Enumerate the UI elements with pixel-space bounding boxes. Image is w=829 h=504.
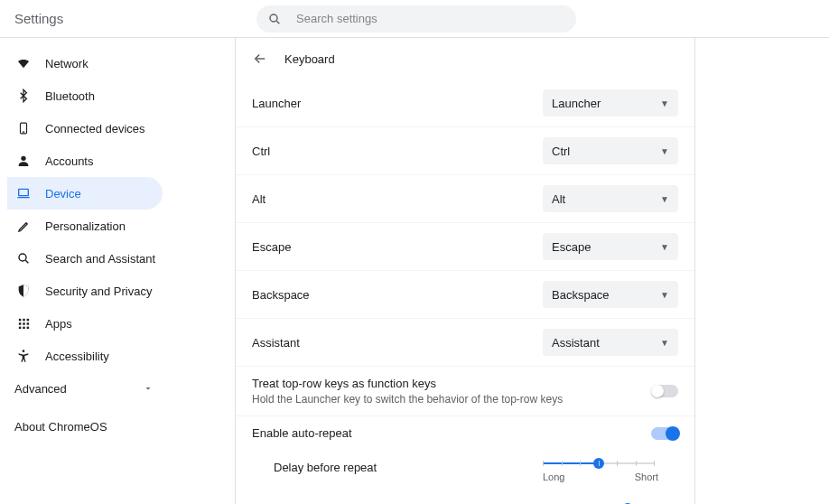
toprow-sublabel: Hold the Launcher key to switch the beha… <box>252 393 651 406</box>
person-icon <box>14 154 33 168</box>
key-row-launcher: Launcher Launcher ▼ <box>236 79 694 127</box>
sidebar-item-label: Security and Privacy <box>45 285 153 298</box>
sidebar-item-label: Personalization <box>45 219 126 233</box>
sidebar-advanced[interactable]: Advanced <box>7 372 154 405</box>
delay-left-label: Long <box>543 471 564 482</box>
key-name: Backspace <box>252 288 543 302</box>
search-icon <box>267 12 282 26</box>
svg-rect-17 <box>26 326 29 329</box>
sidebar-item-personalization[interactable]: Personalization <box>7 210 163 242</box>
key-name: Escape <box>252 240 543 254</box>
svg-point-7 <box>19 254 26 261</box>
svg-rect-11 <box>26 318 29 321</box>
sidebar-item-label: Device <box>45 187 81 201</box>
page-header: Keyboard <box>236 38 694 79</box>
wifi-icon <box>14 56 33 70</box>
sidebar-item-label: Apps <box>45 317 72 331</box>
sidebar-item-label: Accessibility <box>45 350 109 363</box>
key-row-assistant: Assistant Assistant ▼ <box>236 319 694 367</box>
select-value: Launcher <box>552 97 601 110</box>
sidebar-item-accounts[interactable]: Accounts <box>7 145 163 177</box>
top-bar: Settings <box>0 0 829 38</box>
key-row-alt: Alt Alt ▼ <box>236 175 694 223</box>
svg-rect-10 <box>23 318 25 321</box>
repeat-rate-row: Repeat rate Slow Fast <box>236 495 694 504</box>
key-row-backspace: Backspace Backspace ▼ <box>236 271 694 319</box>
svg-point-0 <box>270 14 277 22</box>
back-arrow-icon[interactable] <box>252 51 268 67</box>
key-select-assistant[interactable]: Assistant ▼ <box>543 329 678 356</box>
key-select-escape[interactable]: Escape ▼ <box>543 233 678 260</box>
chevron-down-icon: ▼ <box>660 242 669 252</box>
sidebar-item-device[interactable]: Device <box>7 177 163 210</box>
chevron-down-icon: ▼ <box>660 194 669 204</box>
svg-point-4 <box>21 156 25 161</box>
key-select-backspace[interactable]: Backspace ▼ <box>543 281 678 308</box>
shield-icon <box>14 284 33 298</box>
search-box[interactable] <box>256 5 576 33</box>
svg-rect-12 <box>18 322 21 325</box>
sidebar-item-security-privacy[interactable]: Security and Privacy <box>7 275 163 307</box>
autorepeat-label: Enable auto-repeat <box>252 426 651 440</box>
sidebar-item-apps[interactable]: Apps <box>7 307 163 340</box>
select-value: Backspace <box>552 288 610 302</box>
sidebar-item-label: Network <box>45 57 88 70</box>
sidebar-item-search-assistant[interactable]: Search and Assistant <box>7 242 163 275</box>
key-name: Ctrl <box>252 145 543 158</box>
key-select-alt[interactable]: Alt ▼ <box>543 185 678 212</box>
svg-rect-15 <box>18 326 21 329</box>
sidebar-item-accessibility[interactable]: Accessibility <box>7 340 163 372</box>
toprow-label: Treat top-row keys as function keys <box>252 377 651 390</box>
sidebar-about[interactable]: About ChromeOS <box>7 410 235 443</box>
key-row-ctrl: Ctrl Ctrl ▼ <box>236 127 694 175</box>
svg-line-8 <box>25 260 28 263</box>
search-icon <box>14 251 33 266</box>
key-select-launcher[interactable]: Launcher ▼ <box>543 89 678 117</box>
apps-grid-icon <box>14 317 33 331</box>
select-value: Assistant <box>552 336 600 350</box>
main-panel: Keyboard Launcher Launcher ▼ Ctrl Ctrl ▼… <box>235 38 695 504</box>
select-value: Alt <box>552 192 565 206</box>
svg-rect-16 <box>23 326 25 329</box>
delay-right-label: Short <box>635 471 658 482</box>
sidebar-item-label: Bluetooth <box>45 89 95 103</box>
advanced-label: Advanced <box>14 382 67 396</box>
svg-rect-5 <box>19 189 29 195</box>
sidebar-item-label: Accounts <box>45 154 93 168</box>
sidebar-item-connected-devices[interactable]: Connected devices <box>7 112 163 145</box>
sidebar: Network Bluetooth Connected devices Acco… <box>0 38 235 504</box>
accessibility-icon <box>14 349 33 363</box>
key-row-escape: Escape Escape ▼ <box>236 223 694 271</box>
about-label: About ChromeOS <box>14 420 107 434</box>
autorepeat-row: Enable auto-repeat <box>236 416 694 450</box>
chevron-down-icon <box>143 383 154 394</box>
key-name: Alt <box>252 192 543 206</box>
svg-line-1 <box>276 21 279 23</box>
key-select-ctrl[interactable]: Ctrl ▼ <box>543 137 678 164</box>
page-title: Keyboard <box>284 52 335 66</box>
bluetooth-icon <box>14 89 33 103</box>
sidebar-item-label: Search and Assistant <box>45 252 155 266</box>
chevron-down-icon: ▼ <box>660 98 669 108</box>
sidebar-item-label: Connected devices <box>45 122 145 135</box>
sidebar-item-bluetooth[interactable]: Bluetooth <box>7 79 163 112</box>
toprow-toggle[interactable] <box>651 385 678 397</box>
app-title: Settings <box>14 11 63 26</box>
search-input[interactable] <box>296 12 565 25</box>
toprow-function-keys-row: Treat top-row keys as function keys Hold… <box>236 367 694 416</box>
edit-icon <box>14 219 33 233</box>
svg-rect-13 <box>23 322 25 325</box>
select-value: Ctrl <box>552 145 570 158</box>
chevron-down-icon: ▼ <box>660 290 669 300</box>
sidebar-item-network[interactable]: Network <box>7 47 163 79</box>
svg-rect-14 <box>26 322 29 325</box>
chevron-down-icon: ▼ <box>660 146 669 156</box>
select-value: Escape <box>552 240 591 254</box>
delay-slider[interactable] <box>543 462 655 464</box>
key-name: Assistant <box>252 336 543 350</box>
autorepeat-toggle[interactable] <box>651 427 678 440</box>
svg-point-18 <box>23 350 25 352</box>
delay-label: Delay before repeat <box>274 459 543 474</box>
key-name: Launcher <box>252 97 543 110</box>
chevron-down-icon: ▼ <box>660 338 669 348</box>
